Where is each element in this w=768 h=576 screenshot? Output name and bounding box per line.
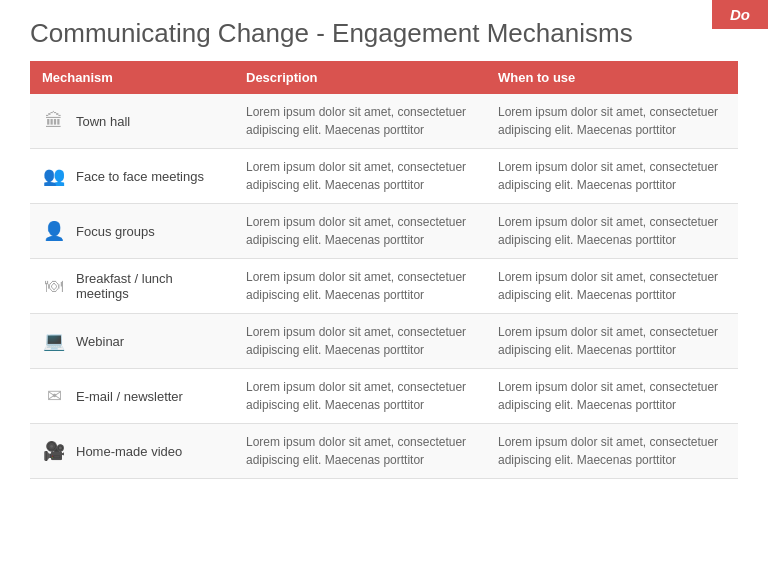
description-cell: Lorem ipsum dolor sit amet, consectetuer… xyxy=(234,259,486,314)
header-description: Description xyxy=(234,61,486,94)
table-row: 🎥 Home-made video Lorem ipsum dolor sit … xyxy=(30,424,738,479)
table-row: 💻 Webinar Lorem ipsum dolor sit amet, co… xyxy=(30,314,738,369)
table-wrapper: Mechanism Description When to use 🏛 Town… xyxy=(0,61,768,489)
description-cell: Lorem ipsum dolor sit amet, consectetuer… xyxy=(234,94,486,149)
table-row: 👥 Face to face meetings Lorem ipsum dolo… xyxy=(30,149,738,204)
when-to-use-cell: Lorem ipsum dolor sit amet, consectetuer… xyxy=(486,94,738,149)
webinar-icon: 💻 xyxy=(42,330,66,352)
mechanism-cell: 👤 Focus groups xyxy=(30,204,234,259)
when-to-use-text: Lorem ipsum dolor sit amet, consectetuer… xyxy=(498,325,718,357)
mechanism-name: Home-made video xyxy=(76,444,182,459)
mechanism-cell: 👥 Face to face meetings xyxy=(30,149,234,204)
when-to-use-text: Lorem ipsum dolor sit amet, consectetuer… xyxy=(498,380,718,412)
description-text: Lorem ipsum dolor sit amet, consectetuer… xyxy=(246,270,466,302)
description-text: Lorem ipsum dolor sit amet, consectetuer… xyxy=(246,325,466,357)
mechanism-name: Focus groups xyxy=(76,224,155,239)
description-text: Lorem ipsum dolor sit amet, consectetuer… xyxy=(246,215,466,247)
description-cell: Lorem ipsum dolor sit amet, consectetuer… xyxy=(234,424,486,479)
mechanism-cell: 🏛 Town hall xyxy=(30,94,234,149)
header-mechanism: Mechanism xyxy=(30,61,234,94)
engagement-table: Mechanism Description When to use 🏛 Town… xyxy=(30,61,738,479)
when-to-use-text: Lorem ipsum dolor sit amet, consectetuer… xyxy=(498,105,718,137)
description-cell: Lorem ipsum dolor sit amet, consectetuer… xyxy=(234,369,486,424)
table-row: 🍽 Breakfast / lunch meetings Lorem ipsum… xyxy=(30,259,738,314)
description-text: Lorem ipsum dolor sit amet, consectetuer… xyxy=(246,380,466,412)
when-to-use-text: Lorem ipsum dolor sit amet, consectetuer… xyxy=(498,435,718,467)
when-to-use-cell: Lorem ipsum dolor sit amet, consectetuer… xyxy=(486,149,738,204)
description-cell: Lorem ipsum dolor sit amet, consectetuer… xyxy=(234,149,486,204)
mechanism-cell: 🎥 Home-made video xyxy=(30,424,234,479)
mechanism-cell: ✉ E-mail / newsletter xyxy=(30,369,234,424)
mechanism-name: Town hall xyxy=(76,114,130,129)
focus-groups-icon: 👤 xyxy=(42,220,66,242)
when-to-use-cell: Lorem ipsum dolor sit amet, consectetuer… xyxy=(486,204,738,259)
when-to-use-cell: Lorem ipsum dolor sit amet, consectetuer… xyxy=(486,259,738,314)
breakfast-lunch-icon: 🍽 xyxy=(42,276,66,297)
table-row: 🏛 Town hall Lorem ipsum dolor sit amet, … xyxy=(30,94,738,149)
description-cell: Lorem ipsum dolor sit amet, consectetuer… xyxy=(234,204,486,259)
mechanism-name: Face to face meetings xyxy=(76,169,204,184)
video-icon: 🎥 xyxy=(42,440,66,462)
mechanism-name: Webinar xyxy=(76,334,124,349)
town-hall-icon: 🏛 xyxy=(42,111,66,132)
header-when: When to use xyxy=(486,61,738,94)
mechanism-name: E-mail / newsletter xyxy=(76,389,183,404)
when-to-use-text: Lorem ipsum dolor sit amet, consectetuer… xyxy=(498,270,718,302)
when-to-use-cell: Lorem ipsum dolor sit amet, consectetuer… xyxy=(486,314,738,369)
when-to-use-cell: Lorem ipsum dolor sit amet, consectetuer… xyxy=(486,369,738,424)
description-text: Lorem ipsum dolor sit amet, consectetuer… xyxy=(246,160,466,192)
do-badge: Do xyxy=(712,0,768,29)
table-row: 👤 Focus groups Lorem ipsum dolor sit ame… xyxy=(30,204,738,259)
mechanism-cell: 💻 Webinar xyxy=(30,314,234,369)
table-header-row: Mechanism Description When to use xyxy=(30,61,738,94)
face-to-face-icon: 👥 xyxy=(42,165,66,187)
description-cell: Lorem ipsum dolor sit amet, consectetuer… xyxy=(234,314,486,369)
table-row: ✉ E-mail / newsletter Lorem ipsum dolor … xyxy=(30,369,738,424)
email-icon: ✉ xyxy=(42,385,66,407)
when-to-use-cell: Lorem ipsum dolor sit amet, consectetuer… xyxy=(486,424,738,479)
description-text: Lorem ipsum dolor sit amet, consectetuer… xyxy=(246,435,466,467)
mechanism-name: Breakfast / lunch meetings xyxy=(76,271,222,301)
mechanism-cell: 🍽 Breakfast / lunch meetings xyxy=(30,259,234,314)
description-text: Lorem ipsum dolor sit amet, consectetuer… xyxy=(246,105,466,137)
when-to-use-text: Lorem ipsum dolor sit amet, consectetuer… xyxy=(498,160,718,192)
when-to-use-text: Lorem ipsum dolor sit amet, consectetuer… xyxy=(498,215,718,247)
page-title: Communicating Change - Engagement Mechan… xyxy=(0,0,768,61)
